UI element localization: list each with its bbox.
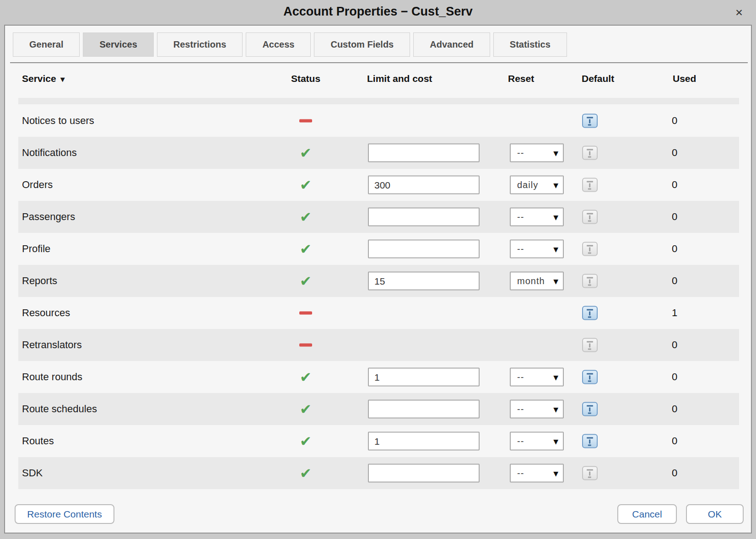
- service-name: Route rounds: [22, 371, 82, 383]
- restore-contents-button[interactable]: Restore Contents: [15, 504, 114, 524]
- reset-select[interactable]: month ▼: [510, 272, 564, 291]
- reset-select[interactable]: -- ▼: [510, 400, 564, 419]
- table-row: Retranslators 0: [18, 329, 739, 361]
- tab-advanced[interactable]: Advanced: [413, 32, 490, 57]
- default-info-button[interactable]: [582, 114, 598, 128]
- default-info-button[interactable]: [582, 370, 598, 384]
- table-row: Route schedules ✔ -- ▼ 0: [18, 393, 739, 425]
- reset-cell: -- ▼: [510, 464, 564, 483]
- chevron-down-icon: ▼: [553, 245, 558, 253]
- ok-button[interactable]: OK: [686, 504, 744, 524]
- service-name: Notifications: [22, 147, 77, 159]
- limit-cell: [368, 432, 480, 451]
- tab-general[interactable]: General: [13, 32, 80, 57]
- default-cell: [582, 274, 598, 288]
- used-count: 0: [672, 467, 677, 479]
- column-header-limit: Limit and cost: [367, 70, 432, 88]
- used-count: 0: [672, 339, 677, 351]
- reset-select[interactable]: -- ▼: [510, 464, 564, 483]
- status-cell[interactable]: [299, 119, 312, 123]
- limit-input[interactable]: [368, 464, 480, 483]
- reset-selected-value: --: [511, 436, 524, 447]
- used-count: 1: [672, 307, 677, 319]
- reset-selected-value: daily: [511, 180, 538, 190]
- limit-input[interactable]: [368, 400, 480, 419]
- column-header-service-label: Service: [22, 70, 56, 88]
- status-enabled-icon: ✔: [300, 466, 312, 480]
- dialog-title: Account Properties − Cust_Serv: [0, 0, 756, 25]
- status-cell[interactable]: ✔: [300, 146, 312, 160]
- tab-statistics[interactable]: Statistics: [493, 32, 567, 57]
- column-header-used: Used: [673, 70, 696, 88]
- table-row: Reports ✔ month ▼ 0: [18, 265, 739, 297]
- reset-select[interactable]: -- ▼: [510, 432, 564, 451]
- default-info-button[interactable]: [582, 434, 598, 448]
- limit-input[interactable]: [368, 432, 480, 451]
- column-header-service[interactable]: Service ▼: [22, 70, 65, 88]
- status-cell[interactable]: ✔: [300, 370, 312, 384]
- default-info-button[interactable]: [582, 402, 598, 416]
- status-cell[interactable]: ✔: [300, 242, 312, 256]
- reset-select[interactable]: -- ▼: [510, 144, 564, 162]
- status-cell[interactable]: ✔: [300, 466, 312, 480]
- default-info-button[interactable]: [582, 274, 598, 288]
- used-count: 0: [672, 115, 677, 127]
- limit-input[interactable]: [368, 208, 480, 226]
- table-row: Profile ✔ -- ▼ 0: [18, 233, 739, 265]
- status-enabled-icon: ✔: [300, 274, 312, 288]
- status-disabled-icon: [299, 344, 312, 347]
- reset-select[interactable]: daily ▼: [510, 176, 564, 194]
- chevron-down-icon: ▼: [553, 373, 558, 381]
- service-name: Reports: [22, 275, 57, 287]
- tab-restrictions[interactable]: Restrictions: [157, 32, 243, 57]
- reset-cell: month ▼: [510, 272, 564, 291]
- default-info-button[interactable]: [582, 242, 598, 256]
- tab-custom-fields[interactable]: Custom Fields: [314, 32, 410, 57]
- used-count: 0: [672, 371, 677, 383]
- default-cell: [582, 114, 598, 128]
- table-row: Routes ✔ -- ▼ 0: [18, 425, 739, 457]
- status-cell[interactable]: ✔: [300, 178, 312, 192]
- default-cell: [582, 434, 598, 448]
- default-info-button[interactable]: [582, 210, 598, 224]
- default-cell: [582, 306, 598, 320]
- status-cell[interactable]: [299, 344, 312, 347]
- default-cell: [582, 178, 598, 192]
- reset-select[interactable]: -- ▼: [510, 240, 564, 259]
- default-info-button[interactable]: [582, 178, 598, 192]
- default-info-button[interactable]: [582, 466, 598, 480]
- table-top-strip: [18, 98, 739, 104]
- limit-input[interactable]: [368, 272, 480, 291]
- status-cell[interactable]: ✔: [300, 402, 312, 416]
- limit-input[interactable]: [368, 240, 480, 259]
- default-info-button[interactable]: [582, 338, 598, 352]
- service-name: Orders: [22, 179, 53, 191]
- chevron-down-icon: ▼: [553, 181, 558, 189]
- table-row: Notices to users 0: [18, 105, 739, 137]
- reset-selected-value: --: [511, 372, 524, 383]
- status-cell[interactable]: [299, 312, 312, 315]
- reset-selected-value: --: [511, 244, 524, 254]
- status-cell[interactable]: ✔: [300, 210, 312, 224]
- status-cell[interactable]: ✔: [300, 434, 312, 448]
- default-cell: [582, 338, 598, 352]
- limit-cell: [368, 176, 480, 194]
- reset-select[interactable]: -- ▼: [510, 208, 564, 226]
- limit-input[interactable]: [368, 176, 480, 194]
- default-info-button[interactable]: [582, 146, 598, 160]
- status-cell[interactable]: ✔: [300, 274, 312, 288]
- table-row: Route rounds ✔ -- ▼ 0: [18, 361, 739, 393]
- reset-select[interactable]: -- ▼: [510, 368, 564, 387]
- reset-cell: -- ▼: [510, 368, 564, 387]
- table-header: Service ▼ Status Limit and cost Reset De…: [18, 70, 739, 88]
- chevron-down-icon: ▼: [553, 437, 558, 445]
- limit-input[interactable]: [368, 144, 480, 162]
- used-count: 0: [672, 403, 677, 415]
- tab-access[interactable]: Access: [246, 32, 311, 57]
- cancel-button[interactable]: Cancel: [617, 504, 677, 524]
- close-icon[interactable]: ✕: [732, 6, 746, 20]
- limit-input[interactable]: [368, 368, 480, 387]
- tab-services[interactable]: Services: [83, 32, 153, 57]
- reset-selected-value: month: [511, 276, 545, 286]
- default-info-button[interactable]: [582, 306, 598, 320]
